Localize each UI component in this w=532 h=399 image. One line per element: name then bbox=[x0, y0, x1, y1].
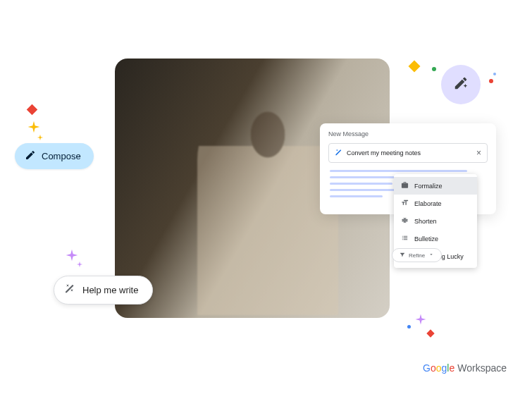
new-message-panel: New Message Convert my meeting notes × F… bbox=[320, 123, 496, 214]
compose-button[interactable]: Compose bbox=[15, 143, 94, 169]
menu-item-elaborate[interactable]: Elaborate bbox=[394, 195, 477, 212]
refine-label: Refine bbox=[409, 252, 425, 259]
close-icon[interactable]: × bbox=[476, 148, 481, 158]
compose-label: Compose bbox=[42, 151, 81, 161]
sparkle-icon bbox=[65, 248, 79, 262]
menu-item-formalize[interactable]: Formalize bbox=[394, 177, 477, 195]
new-message-title: New Message bbox=[320, 130, 496, 143]
list-icon bbox=[401, 234, 409, 243]
menu-item-shorten[interactable]: Shorten bbox=[394, 212, 477, 230]
dot-red-icon bbox=[489, 79, 493, 83]
magic-wand-icon bbox=[64, 283, 75, 297]
compress-icon bbox=[401, 216, 409, 226]
diamond-red-icon bbox=[426, 329, 434, 337]
pen-badge bbox=[441, 65, 481, 104]
sparkle-icon bbox=[37, 134, 44, 141]
menu-item-bulletize[interactable]: Bulletize bbox=[394, 230, 477, 247]
help-me-write-label: Help me write bbox=[82, 285, 138, 295]
sparkle-icon bbox=[414, 313, 427, 326]
magic-wand-icon bbox=[335, 149, 342, 158]
sparkle-icon bbox=[27, 120, 41, 134]
promo-canvas: Compose Help me write New Message Conver… bbox=[0, 0, 532, 399]
prompt-text: Convert my meeting notes bbox=[347, 149, 421, 156]
menu-item-label: Elaborate bbox=[414, 200, 442, 207]
text-expand-icon bbox=[401, 199, 409, 208]
menu-item-label: Shorten bbox=[414, 218, 437, 225]
menu-item-label: Formalize bbox=[414, 183, 443, 190]
chevron-down-icon bbox=[428, 252, 434, 259]
briefcase-icon bbox=[401, 181, 409, 190]
workspace-label: Workspace bbox=[457, 362, 507, 374]
prompt-input[interactable]: Convert my meeting notes × bbox=[328, 143, 488, 163]
help-me-write-button[interactable]: Help me write bbox=[54, 276, 153, 305]
sparkle-icon bbox=[76, 261, 83, 268]
magic-pen-icon bbox=[453, 75, 469, 94]
filter-icon bbox=[400, 252, 405, 259]
dot-blue-icon bbox=[407, 325, 411, 329]
dot-green-icon bbox=[432, 67, 436, 71]
refine-button[interactable]: Refine bbox=[392, 248, 442, 262]
pencil-icon bbox=[25, 149, 36, 163]
google-wordmark: Google bbox=[423, 362, 454, 374]
diamond-yellow-icon bbox=[409, 61, 421, 73]
google-workspace-logo: Google Workspace bbox=[423, 362, 507, 374]
dot-blue-icon bbox=[493, 73, 496, 75]
menu-item-label: Bulletize bbox=[414, 235, 438, 243]
diamond-red-icon bbox=[27, 104, 38, 116]
